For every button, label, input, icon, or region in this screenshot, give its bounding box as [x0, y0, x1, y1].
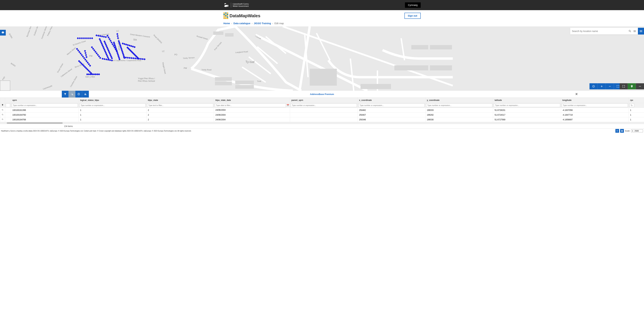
dots-icon: [638, 85, 642, 88]
fullscreen-button[interactable]: [620, 83, 628, 89]
breadcrumb: Home › Data catalogue › JIGSO Training ›…: [224, 22, 421, 25]
svg-point-15: [640, 86, 640, 87]
dragon-icon: [224, 2, 229, 8]
filter-latitude[interactable]: [494, 104, 560, 107]
locate-button[interactable]: [590, 83, 598, 89]
filter-blpu-state-date[interactable]: [215, 104, 286, 107]
col-y-coordinate[interactable]: y_coordinate: [426, 98, 493, 103]
gov-name-cy: Llywodraeth Cymru: [233, 3, 249, 5]
chart-button[interactable]: [82, 91, 89, 98]
more-icon[interactable]: [633, 30, 636, 33]
crumb-home[interactable]: Home: [224, 22, 230, 25]
locate-row-icon[interactable]: [0, 108, 5, 112]
data-panel: AddressBase Premium ✕ uprn logical_statu…: [0, 91, 644, 128]
col-parent-uprn[interactable]: parent_uprn: [290, 98, 358, 103]
zoom-in-button[interactable]: [598, 83, 606, 89]
filter-logical-status[interactable]: [80, 104, 146, 107]
calendar-icon[interactable]: 📅: [286, 104, 289, 106]
col-logical-status[interactable]: logical_status_blpu: [79, 98, 146, 103]
filter-longitude[interactable]: [562, 104, 628, 107]
data-points: [0, 26, 644, 91]
minus-icon: [608, 85, 611, 88]
app-header: DataMapWales Sign out Home › Data catalo…: [0, 10, 644, 26]
chevron-right-icon: ›: [252, 22, 252, 25]
svg-rect-17: [71, 93, 72, 94]
extent-icon: [616, 85, 620, 88]
item-count: 134 items: [0, 124, 644, 128]
search-icon[interactable]: [628, 30, 632, 33]
svg-point-14: [639, 86, 640, 87]
filter-uprn[interactable]: [12, 104, 78, 107]
footer-save-button[interactable]: [620, 129, 624, 133]
hamburger-icon: [639, 30, 643, 33]
main-menu-button[interactable]: [638, 28, 644, 34]
zoom-to-selection-button[interactable]: [68, 91, 75, 98]
filter-button[interactable]: [62, 91, 68, 98]
gov-name-en: Welsh Government: [233, 5, 249, 7]
locate-row-icon[interactable]: [0, 112, 5, 117]
target-icon: [616, 130, 618, 132]
filter-x-coordinate[interactable]: [358, 104, 424, 107]
download-icon: [77, 93, 80, 96]
col-blpu-state[interactable]: blpu_state: [146, 98, 214, 103]
search-input[interactable]: [572, 30, 627, 32]
col-rpc[interactable]: rpc: [628, 98, 644, 103]
col-latitude[interactable]: latitude: [493, 98, 561, 103]
filter-row: 📅: [0, 103, 644, 108]
download-button[interactable]: [75, 91, 82, 98]
col-blpu-state-date[interactable]: blpu_state_date: [214, 98, 290, 103]
bar-chart-icon: [84, 93, 87, 96]
svg-point-20: [2, 109, 3, 110]
data-grid[interactable]: uprn logical_status_blpu blpu_state blpu…: [0, 98, 644, 122]
save-icon: [621, 130, 623, 132]
col-longitude[interactable]: longitude: [561, 98, 628, 103]
crumb-current: Edit map: [274, 22, 284, 25]
copyright: Hawlfraint y Goron a hawliau cronfa ddat…: [1, 130, 616, 132]
options-button[interactable]: [636, 83, 644, 89]
header-row: uprn logical_status_blpu blpu_state blpu…: [0, 98, 644, 103]
filter-rpc[interactable]: [630, 104, 634, 107]
government-banner: Llywodraeth Cymru Welsh Government Cymra…: [0, 0, 644, 10]
brand-name: DataMapWales: [230, 13, 260, 18]
footer-locate-button[interactable]: [616, 129, 619, 133]
chevron-right-icon: ›: [272, 22, 273, 25]
filter-parent-uprn[interactable]: [291, 104, 357, 107]
map-toolbar-secondary: [620, 83, 644, 89]
svg-point-16: [640, 86, 641, 87]
table-row[interactable]: 1001001647601224/06/200425040719929251.6…: [0, 112, 644, 117]
scale-input[interactable]: [631, 129, 643, 132]
filter-blpu-state[interactable]: [147, 104, 213, 107]
col-uprn[interactable]: uprn: [11, 98, 79, 103]
language-toggle[interactable]: Cymraeg: [405, 2, 421, 8]
signout-button[interactable]: Sign out: [404, 13, 421, 19]
fullscreen-icon: [622, 85, 625, 88]
location-search: [570, 28, 638, 34]
zoom-select-icon: [70, 93, 73, 96]
map-viewport[interactable]: Sta LC LC PO PW PW Ty-isaf Trinity Road …: [0, 26, 644, 91]
table-row[interactable]: 1001001647681224/06/200425034619933051.6…: [0, 117, 644, 122]
funnel-icon: [64, 93, 66, 96]
plus-icon: [600, 85, 603, 88]
locate-row-icon[interactable]: [0, 117, 5, 122]
scale-label: Scale:: [625, 130, 630, 132]
table-row[interactable]: 1001001613961224/06/200425048219933351.6…: [0, 108, 644, 112]
layers-button[interactable]: [0, 30, 6, 36]
overview-map[interactable]: [0, 80, 10, 91]
filter-idx[interactable]: [6, 104, 10, 107]
close-panel-button[interactable]: ✕: [575, 92, 578, 96]
horizontal-scrollbar[interactable]: [0, 122, 644, 124]
filter-y-coordinate[interactable]: [426, 104, 492, 107]
zoom-out-button[interactable]: [606, 83, 614, 89]
crumb-dataset[interactable]: JIGSO Training: [254, 22, 271, 25]
marker-button[interactable]: [628, 83, 636, 89]
col-x-coordinate[interactable]: x_coordinate: [358, 98, 426, 103]
svg-point-24: [617, 131, 618, 131]
svg-point-13: [593, 86, 594, 87]
welsh-gov-logo: Llywodraeth Cymru Welsh Government: [224, 2, 249, 8]
pin-icon: [630, 85, 633, 88]
svg-point-21: [2, 114, 3, 115]
panel-title: AddressBase Premium: [310, 93, 334, 96]
brand[interactable]: DataMapWales: [224, 12, 260, 19]
crumb-catalogue[interactable]: Data catalogue: [234, 22, 250, 25]
locate-all-icon[interactable]: [0, 103, 5, 108]
